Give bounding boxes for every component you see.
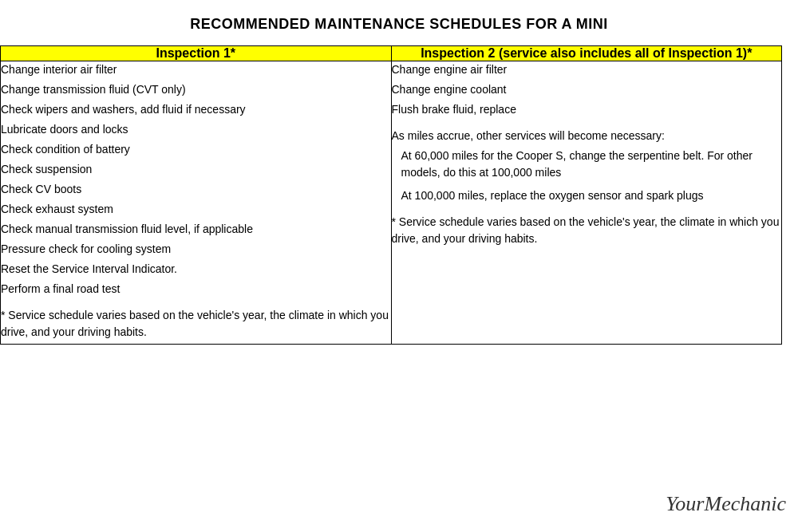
list-item: Change engine air filter [392, 61, 782, 78]
list-item: Check wipers and washers, add fluid if n… [1, 101, 391, 118]
list-item: Check suspension [1, 161, 391, 178]
list-item: Check CV boots [1, 181, 391, 198]
col2-miles-intro: As miles accrue, other services will bec… [392, 128, 782, 204]
list-item: Change transmission fluid (CVT only) [1, 81, 391, 98]
list-item: Pressure check for cooling system [1, 241, 391, 258]
main-table: Inspection 1* Inspection 2 (service also… [0, 45, 782, 345]
col2-items-list: Change engine air filterChange engine co… [392, 61, 782, 118]
list-item: Perform a final road test [1, 281, 391, 298]
list-item: Check condition of battery [1, 141, 391, 158]
list-item: Reset the Service Interval Indicator. [1, 261, 391, 278]
col2-miles-list: At 60,000 miles for the Cooper S, change… [392, 148, 782, 204]
header-inspection1: Inspection 1* [1, 46, 392, 61]
list-item: Lubricate doors and locks [1, 121, 391, 138]
list-item: Change engine coolant [392, 81, 782, 98]
col1-content: Change interior air filterChange transmi… [1, 61, 392, 345]
page-wrapper: RECOMMENDED MAINTENANCE SCHEDULES FOR A … [0, 16, 798, 524]
col1-note: * Service schedule varies based on the v… [1, 307, 391, 341]
page-title: RECOMMENDED MAINTENANCE SCHEDULES FOR A … [0, 16, 798, 33]
miles-item: At 60,000 miles for the Cooper S, change… [401, 148, 782, 181]
col1-items-list: Change interior air filterChange transmi… [1, 61, 391, 298]
col2-note: * Service schedule varies based on the v… [392, 214, 782, 247]
miles-item: At 100,000 miles, replace the oxygen sen… [401, 187, 782, 204]
list-item: Change interior air filter [1, 61, 391, 78]
watermark: YourMechanic [666, 492, 786, 516]
list-item: Check exhaust system [1, 201, 391, 218]
list-item: Flush brake fluid, replace [392, 101, 782, 118]
list-item: Check manual transmission fluid level, i… [1, 221, 391, 238]
col2-content: Change engine air filterChange engine co… [391, 61, 782, 345]
header-inspection2: Inspection 2 (service also includes all … [391, 46, 782, 61]
